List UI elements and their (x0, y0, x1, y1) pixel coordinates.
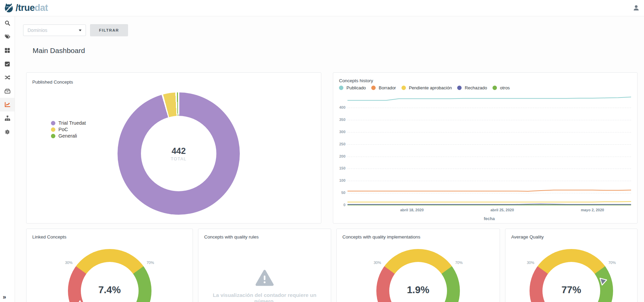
chart-line-icon (4, 102, 11, 108)
y-axis-tick-label: 150 (333, 166, 345, 170)
x-axis-title: fecha (347, 216, 631, 221)
legend-dot (339, 86, 343, 90)
legend-label: Rechazado (465, 85, 487, 90)
sidebar-item-settings[interactable] (0, 125, 15, 139)
card-title: Concepts with quality rules (204, 234, 259, 239)
quality-implementations-card: Concepts with quality implementations 30… (336, 229, 500, 302)
y-axis-tick-label: 200 (333, 154, 345, 158)
sidebar-item-quality[interactable] (0, 57, 15, 71)
line-chart-legend: PublicadoBorradorPendiente aprobaciónRec… (339, 85, 510, 90)
card-title: Average Quality (511, 234, 544, 239)
legend-item[interactable]: Trial Truedat (51, 120, 86, 126)
archive-icon (4, 88, 11, 94)
x-axis-tick-label: abril 18, 2020 (393, 208, 431, 212)
legend-label: otros (500, 85, 510, 90)
legend-dot (457, 86, 462, 90)
legend-label: Trial Truedat (58, 120, 86, 126)
legend-label: Pendiente aprobación (409, 85, 452, 90)
series-line-Pendiente aprobación (347, 201, 631, 202)
donut-center: 442 TOTAL (118, 92, 240, 215)
gauge-chart[interactable]: 30% 70% 77% (530, 249, 613, 302)
legend-dot (493, 86, 497, 90)
legend-item[interactable]: Rechazado (457, 85, 487, 90)
gauge-tick-70: 70% (146, 261, 154, 265)
sidebar-item-data[interactable] (0, 84, 15, 98)
sidebar-item-dashboards[interactable] (0, 98, 15, 111)
quality-rules-card: Concepts with quality rules La visualiza… (198, 229, 331, 302)
series-line-Publicado (347, 97, 631, 101)
sidebar-item-tags[interactable] (0, 30, 15, 43)
legend-item[interactable]: Publicado (339, 85, 366, 90)
shuffle-icon (4, 74, 11, 81)
tags-icon (4, 34, 11, 40)
domain-select[interactable]: Dominios (23, 24, 86, 36)
page-title: Main Dashboard (33, 47, 85, 55)
legend-item[interactable]: PoC (51, 127, 86, 132)
gauge-tick-70: 70% (608, 261, 616, 265)
card-title: Linked Concepts (32, 234, 67, 239)
card-title: Published Concepts (32, 79, 73, 85)
card-title: Concepts history (339, 78, 373, 83)
x-axis-tick-label: mayo 2, 2020 (574, 208, 611, 212)
series-line-Rechazado (347, 204, 631, 204)
sidebar-item-modules[interactable] (0, 43, 15, 57)
gauge-chart[interactable]: 30% 70% 7.4% (68, 249, 151, 302)
y-axis-tick-label: 350 (333, 118, 345, 122)
chevron-down-icon (79, 30, 82, 31)
owl-logo-icon (3, 2, 14, 13)
legend-label: PoC (58, 127, 68, 132)
logo-text-dark: /true (16, 3, 35, 13)
sidebar-item-search[interactable] (0, 16, 15, 30)
check-square-icon (4, 61, 10, 67)
warning-icon (255, 270, 274, 286)
gauge-tick-30: 30% (374, 261, 381, 265)
gauge-tick-30: 30% (65, 261, 73, 265)
donut-total-label: TOTAL (171, 157, 187, 161)
y-axis-tick-label: 100 (333, 178, 345, 182)
sitemap-icon (4, 115, 11, 121)
gear-icon (4, 129, 10, 135)
legend-label: Publicado (346, 85, 366, 90)
legend-dot (51, 127, 55, 132)
x-axis-tick-label: abril 25, 2020 (483, 208, 521, 212)
legend-label: Generali (58, 133, 77, 139)
concepts-history-card: Concepts history PublicadoBorradorPendie… (333, 72, 638, 224)
card-title: Concepts with quality implementations (342, 234, 421, 239)
user-icon (632, 4, 640, 12)
y-axis-tick-label: 0 (333, 203, 345, 207)
series-line-Borrador (347, 190, 631, 192)
donut-total-value: 442 (172, 146, 186, 156)
sidebar-collapse-button[interactable]: » (3, 294, 6, 301)
linked-concepts-card: Linked Concepts 30% 70% 7.4% (26, 229, 193, 302)
gauge-value: 77% (530, 284, 613, 296)
y-axis-tick-label: 50 (333, 191, 345, 195)
legend-dot (51, 134, 55, 138)
published-concepts-card: Published Concepts Trial TruedatPoCGener… (26, 72, 321, 224)
line-chart-plot[interactable] (347, 93, 631, 206)
legend-dot (371, 86, 376, 90)
filter-button[interactable]: FILTRAR (90, 24, 128, 36)
sidebar-item-lineage[interactable] (0, 71, 15, 84)
legend-dot (401, 86, 406, 90)
gauge-tick-70: 70% (455, 261, 463, 265)
gauge-tick-30: 30% (527, 261, 534, 265)
truedat-logo[interactable]: /truedat (3, 2, 48, 13)
legend-label: Borrador (379, 85, 396, 90)
legend-item[interactable]: Borrador (371, 85, 396, 90)
grid-icon (4, 48, 10, 53)
y-axis-tick-label: 300 (333, 130, 345, 134)
gauge-value: 7.4% (68, 284, 151, 296)
gauge-value: 1.9% (376, 284, 460, 296)
legend-item[interactable]: Pendiente aprobación (401, 85, 452, 90)
domain-select-placeholder: Dominios (28, 28, 79, 33)
user-menu-button[interactable] (632, 4, 640, 12)
legend-item[interactable]: Generali (51, 133, 86, 139)
sidebar-nav: » (0, 16, 15, 302)
legend-item[interactable]: otros (493, 85, 510, 90)
gauge-chart[interactable]: 30% 70% 1.9% (376, 249, 460, 302)
average-quality-card: Average Quality 30% 70% 77% (505, 229, 638, 302)
sidebar-item-structure[interactable] (0, 111, 15, 125)
counter-warning-message: La visualización del contador requiere u… (198, 292, 331, 302)
logo-text-light: dat (35, 3, 48, 13)
donut-legend: Trial TruedatPoCGenerali (51, 120, 86, 139)
